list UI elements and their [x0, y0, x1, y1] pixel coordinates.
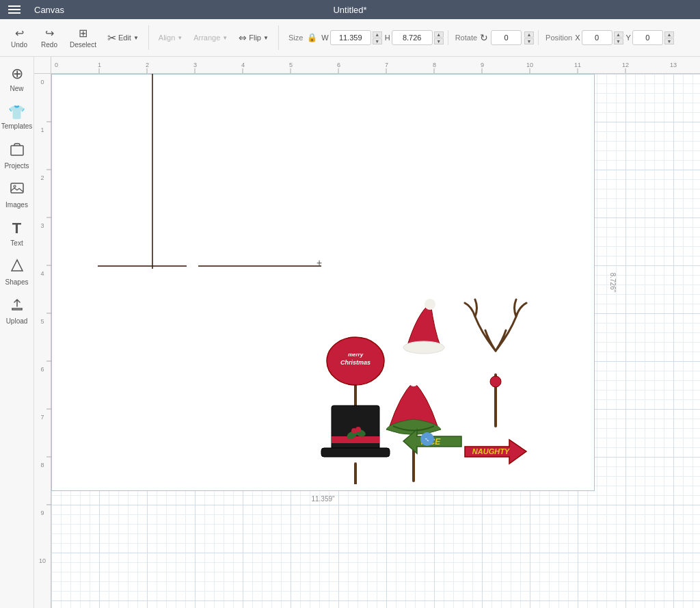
y-spinners: ▲ ▼	[664, 31, 674, 44]
rotate-icon: ↻	[480, 32, 488, 43]
sidebar-new-label: New	[10, 85, 23, 92]
sidebar-item-new[interactable]: ⊕ New	[0, 60, 33, 98]
top-hat	[321, 406, 390, 484]
svg-rect-1	[11, 183, 23, 193]
flip-chevron-icon: ▼	[263, 35, 269, 41]
size-group: Size 🔒 W ▲ ▼ H ▲ ▼	[284, 30, 448, 45]
h-label: H	[385, 34, 390, 42]
sidebar-item-projects[interactable]: Projects	[0, 136, 33, 175]
width-spinners: ▲ ▼	[373, 31, 382, 44]
svg-text:1: 1	[98, 62, 101, 68]
top-bar: Canvas Untitled*	[0, 0, 700, 19]
rotate-spinners: ▲ ▼	[524, 31, 534, 44]
width-down[interactable]: ▼	[373, 38, 382, 44]
y-input[interactable]	[632, 30, 663, 45]
x-input[interactable]	[582, 30, 612, 45]
deselect-button[interactable]: ⊞ Deselect	[66, 24, 100, 51]
redo-button[interactable]: ↪ Redo	[36, 24, 63, 51]
edit-button[interactable]: ✂ Edit ▼	[103, 29, 143, 47]
sidebar-shapes-label: Shapes	[5, 278, 29, 286]
svg-text:8: 8	[433, 62, 436, 68]
height-input[interactable]	[392, 30, 433, 45]
edit-icon: ✂	[107, 31, 116, 44]
document-title: Untitled*	[333, 5, 366, 15]
svg-text:5: 5	[289, 62, 293, 68]
deselect-label: Deselect	[70, 41, 96, 49]
naughty-sign: NAUGHTY	[465, 440, 526, 464]
workspace[interactable]: 11.359" 8.726" +	[51, 74, 700, 608]
svg-rect-0	[11, 146, 23, 155]
selection-line-v	[152, 74, 153, 269]
redo-label: Redo	[41, 41, 57, 49]
images-icon	[10, 181, 25, 199]
height-down[interactable]: ▼	[434, 38, 444, 44]
y-up[interactable]: ▲	[664, 31, 674, 38]
canvas-grid[interactable]: 11.359" 8.726" +	[51, 74, 700, 608]
size-label: Size	[288, 34, 303, 42]
projects-icon	[10, 142, 25, 160]
upload-icon	[10, 297, 25, 315]
svg-text:9: 9	[481, 62, 484, 68]
height-field: H ▲ ▼	[385, 30, 444, 45]
undo-button[interactable]: ↩ Undo	[5, 24, 33, 51]
ruler-horizontal: 0 1 2 3 4 5 6 7 8 9 10 11 12 13	[51, 57, 700, 74]
svg-text:9: 9	[40, 510, 44, 516]
rotate-input[interactable]	[491, 30, 522, 45]
sidebar-projects-label: Projects	[4, 162, 29, 170]
position-group: Position X ▲ ▼ Y ▲ ▼	[541, 30, 678, 45]
svg-point-54	[425, 299, 435, 310]
align-label: Align	[159, 34, 175, 42]
ruler-corner	[34, 57, 51, 74]
svg-text:12: 12	[622, 62, 629, 68]
svg-text:7: 7	[385, 62, 388, 68]
x-down[interactable]: ▼	[614, 38, 623, 44]
svg-text:10: 10	[526, 62, 533, 68]
arrange-button[interactable]: Arrange ▼	[189, 31, 232, 44]
height-up[interactable]: ▲	[434, 31, 444, 38]
width-input[interactable]	[330, 30, 371, 45]
elf-hat	[386, 377, 441, 481]
sidebar-item-text[interactable]: T Text	[0, 214, 33, 252]
svg-text:2: 2	[40, 174, 44, 181]
menu-button[interactable]	[8, 5, 21, 14]
reindeer-antler	[465, 300, 526, 426]
resize-handle[interactable]	[420, 432, 434, 446]
svg-text:4: 4	[40, 270, 44, 277]
lock-icon[interactable]: 🔒	[307, 33, 317, 42]
templates-icon: 👕	[8, 104, 25, 120]
svg-text:6: 6	[40, 366, 44, 373]
svg-rect-61	[321, 448, 390, 457]
rotate-up[interactable]: ▲	[524, 31, 534, 38]
svg-text:13: 13	[670, 62, 677, 68]
sidebar-item-upload[interactable]: Upload	[0, 291, 33, 330]
canvas-area[interactable]: 0 1 2 3 4 5 6 7 8 9 10 11 12 13	[34, 57, 700, 608]
width-up[interactable]: ▲	[373, 31, 382, 38]
clipart-group[interactable]: merry Christmas	[318, 293, 543, 487]
edit-label: Edit	[118, 34, 131, 42]
height-dimension-label: 8.726"	[609, 273, 617, 293]
svg-text:0: 0	[55, 62, 58, 68]
align-button[interactable]: Align ▼	[154, 31, 187, 44]
app-name: Canvas	[34, 5, 64, 15]
svg-text:5: 5	[40, 318, 44, 325]
sidebar-upload-label: Upload	[6, 317, 28, 325]
width-dimension-label: 11.359"	[311, 495, 334, 503]
svg-rect-60	[332, 406, 379, 450]
sidebar-item-shapes[interactable]: Shapes	[0, 252, 33, 291]
sidebar-images-label: Images	[5, 201, 28, 209]
sidebar-item-images[interactable]: Images	[0, 175, 33, 214]
sidebar-item-templates[interactable]: 👕 Templates	[0, 98, 33, 136]
selection-line-h2	[198, 265, 287, 267]
edit-chevron-icon: ▼	[133, 35, 139, 41]
toolbar: ↩ Undo ↪ Redo ⊞ Deselect ✂ Edit ▼ Align …	[0, 19, 700, 57]
x-spinners: ▲ ▼	[614, 31, 623, 44]
x-up[interactable]: ▲	[614, 31, 623, 38]
svg-text:3: 3	[40, 222, 44, 229]
santa-hat	[403, 299, 444, 354]
cross-mark: +	[317, 257, 322, 268]
flip-button[interactable]: ⇔ Flip ▼	[234, 29, 273, 46]
rotate-down[interactable]: ▼	[524, 38, 534, 44]
position-label: Position	[546, 34, 572, 42]
y-down[interactable]: ▼	[664, 38, 674, 44]
svg-point-2	[14, 185, 16, 187]
